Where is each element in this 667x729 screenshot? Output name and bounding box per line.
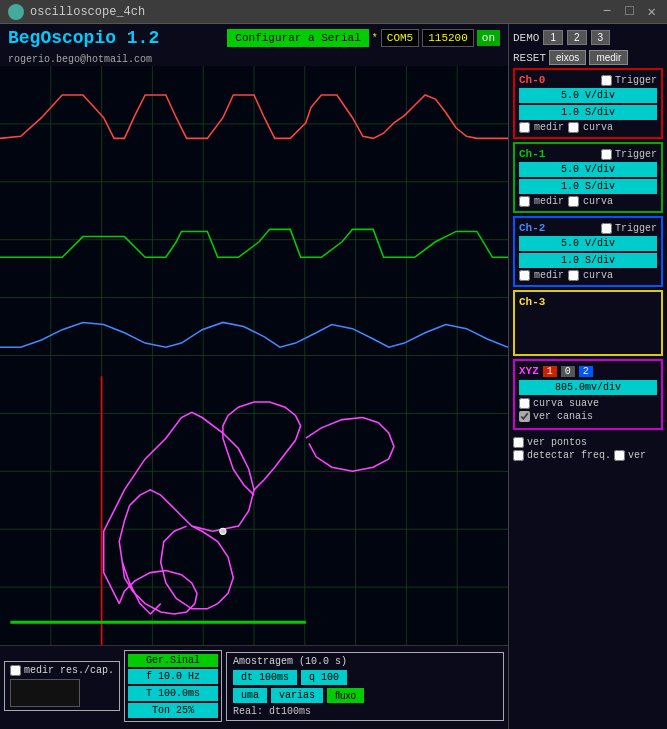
demo-btn-1[interactable]: 1 — [543, 30, 563, 45]
bottom-checks: ver pontos detectar freq. ver — [513, 437, 663, 461]
ver-checkbox[interactable] — [614, 450, 625, 461]
xyz-box: XYZ 1 0 2 805.0mv/div curva suave ver ca… — [513, 359, 663, 430]
demo-btn-2[interactable]: 2 — [567, 30, 587, 45]
medir-res-checkbox[interactable] — [10, 665, 21, 676]
app-title: BegOscopio 1.2 — [8, 28, 159, 48]
demo-label: DEMO — [513, 32, 539, 44]
xyz-curva-suave-label: curva suave — [533, 398, 599, 409]
ch0-curva-label: curva — [583, 122, 613, 133]
detectar-freq-checkbox[interactable] — [513, 450, 524, 461]
xyz-num-1[interactable]: 0 — [561, 366, 575, 377]
svg-point-22 — [220, 528, 226, 534]
window-title: oscilloscope_4ch — [30, 5, 600, 19]
ch3-box: Ch-3 — [513, 290, 663, 356]
demo-btn-3[interactable]: 3 — [591, 30, 611, 45]
dt-button[interactable]: dt 100ms — [233, 670, 297, 685]
ch0-vdiv[interactable]: 5.0 V/div — [519, 88, 657, 103]
xyz-header: XYZ 1 0 2 — [519, 365, 657, 377]
demo-row: DEMO 1 2 3 — [513, 28, 663, 47]
ch1-bottom-row: medir curva — [519, 196, 657, 207]
reset-label: RESET — [513, 52, 546, 64]
ch2-sdiv[interactable]: 1.0 S/div — [519, 253, 657, 268]
ver-label: ver — [628, 450, 646, 461]
scope-area — [0, 66, 508, 645]
detectar-freq-label: detectar freq. — [527, 450, 611, 461]
ch2-trigger-label: Trigger — [615, 223, 657, 234]
xyz-ver-canais-label: ver canais — [533, 411, 593, 422]
freq-input[interactable] — [128, 669, 218, 684]
ch3-header: Ch-3 — [519, 296, 657, 308]
ch2-vdiv[interactable]: 5.0 V/div — [519, 236, 657, 251]
ger-sinal-box: Ger.Sinal — [124, 650, 222, 722]
app-icon — [8, 4, 24, 20]
ch1-trigger-checkbox[interactable] — [601, 149, 612, 160]
ch0-bottom-row: medir curva — [519, 122, 657, 133]
ch1-trigger-label: Trigger — [615, 149, 657, 160]
xyz-ver-canais-checkbox[interactable] — [519, 411, 530, 422]
varias-button[interactable]: varias — [271, 688, 323, 703]
on-badge: on — [477, 30, 500, 46]
bottom-controls: medir res./cap. Ger.Sinal Amostragem (10… — [0, 645, 508, 729]
ch1-header: Ch-1 Trigger — [519, 148, 657, 160]
main-container: BegOscopio 1.2 Configurar a Serial * COM… — [0, 24, 667, 729]
ch0-curva-checkbox[interactable] — [568, 122, 579, 133]
amostragem-box: Amostragem (10.0 s) dt 100ms q 100 uma v… — [226, 652, 504, 721]
ch2-bottom-row: medir curva — [519, 270, 657, 281]
ch2-medir-label: medir — [534, 270, 564, 281]
ch0-label: Ch-0 — [519, 74, 545, 86]
ch1-medir-checkbox[interactable] — [519, 196, 530, 207]
xyz-ver-canais-row: ver canais — [519, 411, 657, 422]
medir-res-label: medir res./cap. — [24, 665, 114, 676]
close-button[interactable]: ✕ — [645, 3, 659, 20]
ger-sinal-label: Ger.Sinal — [128, 654, 218, 667]
email-text: rogerio.bego@hotmail.com — [8, 54, 152, 65]
xyz-num-0[interactable]: 1 — [543, 366, 557, 377]
xyz-curva-suave-checkbox[interactable] — [519, 398, 530, 409]
ch2-trigger-checkbox[interactable] — [601, 223, 612, 234]
ton-input[interactable] — [128, 703, 218, 718]
xyz-num-2[interactable]: 2 — [579, 366, 593, 377]
ch1-curva-checkbox[interactable] — [568, 196, 579, 207]
xyz-curva-suave-row: curva suave — [519, 398, 657, 409]
window-controls: − □ ✕ — [600, 3, 659, 20]
baud-rate-badge: 115200 — [422, 29, 474, 47]
ch2-medir-checkbox[interactable] — [519, 270, 530, 281]
medir-button[interactable]: medir — [589, 50, 628, 65]
real-dt-text: Real: dt100ms — [233, 706, 497, 717]
ch1-box: Ch-1 Trigger 5.0 V/div 1.0 S/div medir c… — [513, 142, 663, 213]
ch2-trigger-row: Trigger — [601, 223, 657, 234]
ch2-box: Ch-2 Trigger 5.0 V/div 1.0 S/div medir c… — [513, 216, 663, 287]
left-panel: BegOscopio 1.2 Configurar a Serial * COM… — [0, 24, 509, 729]
right-panel: DEMO 1 2 3 RESET eixos medir Ch-0 Trigge… — [509, 24, 667, 729]
ch1-vdiv[interactable]: 5.0 V/div — [519, 162, 657, 177]
header-row: BegOscopio 1.2 Configurar a Serial * COM… — [0, 24, 508, 52]
fluxo-button[interactable]: fluxo — [327, 688, 364, 703]
eixos-button[interactable]: eixos — [549, 50, 586, 65]
maximize-button[interactable]: □ — [622, 3, 636, 20]
config-serial-button[interactable]: Configurar a Serial — [227, 29, 368, 47]
minimize-button[interactable]: − — [600, 3, 614, 20]
oscilloscope-svg — [0, 66, 508, 645]
amostragem-row2: uma varias fluxo — [233, 688, 497, 703]
q-button[interactable]: q 100 — [301, 670, 347, 685]
ch0-trigger-row: Trigger — [601, 75, 657, 86]
uma-button[interactable]: uma — [233, 688, 267, 703]
amostragem-title: Amostragem (10.0 s) — [233, 656, 497, 667]
ch1-trigger-row: Trigger — [601, 149, 657, 160]
ch1-label: Ch-1 — [519, 148, 545, 160]
xyz-vdiv[interactable]: 805.0mv/div — [519, 380, 657, 395]
ch0-trigger-label: Trigger — [615, 75, 657, 86]
ch0-trigger-checkbox[interactable] — [601, 75, 612, 86]
com-port-badge: COM5 — [381, 29, 419, 47]
ch0-medir-label: medir — [534, 122, 564, 133]
ver-pontos-checkbox[interactable] — [513, 437, 524, 448]
ch1-sdiv[interactable]: 1.0 S/div — [519, 179, 657, 194]
ver-pontos-label: ver pontos — [527, 437, 587, 448]
ch2-curva-checkbox[interactable] — [568, 270, 579, 281]
period-input[interactable] — [128, 686, 218, 701]
ch3-label: Ch-3 — [519, 296, 545, 308]
ch0-medir-checkbox[interactable] — [519, 122, 530, 133]
ch2-label: Ch-2 — [519, 222, 545, 234]
medir-res-box: medir res./cap. — [4, 661, 120, 711]
ch0-sdiv[interactable]: 1.0 S/div — [519, 105, 657, 120]
